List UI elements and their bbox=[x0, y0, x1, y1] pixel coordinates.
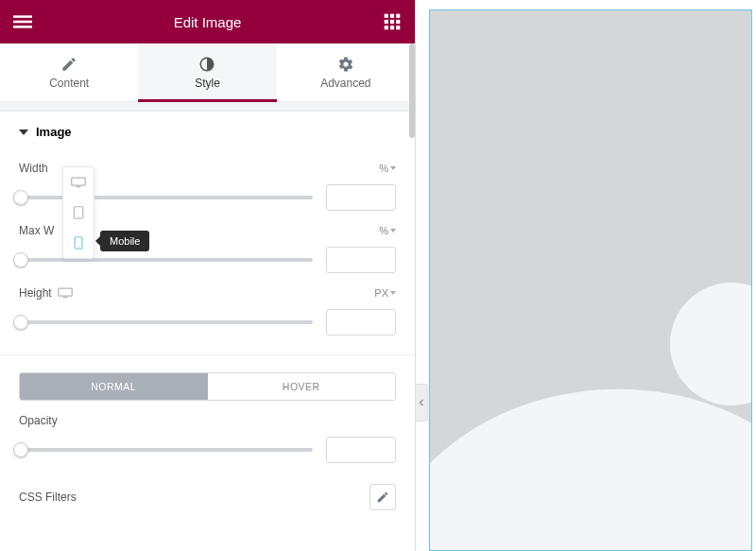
width-label: Width bbox=[19, 162, 48, 175]
tab-advanced[interactable]: Advanced bbox=[277, 43, 415, 101]
svg-point-17 bbox=[77, 216, 78, 217]
control-css-filters: CSS Filters bbox=[19, 463, 396, 510]
svg-rect-13 bbox=[62, 297, 67, 298]
panel-title: Edit Image bbox=[0, 14, 415, 30]
chevron-down-icon bbox=[390, 291, 396, 295]
opacity-label: Opacity bbox=[19, 414, 58, 427]
device-option-desktop[interactable] bbox=[63, 167, 94, 198]
svg-rect-1 bbox=[13, 21, 32, 24]
max-width-unit-select[interactable]: % bbox=[379, 225, 396, 236]
panel-tabs: Content Style Advanced bbox=[0, 43, 415, 102]
width-unit-select[interactable]: % bbox=[379, 163, 396, 174]
svg-rect-9 bbox=[385, 26, 388, 29]
max-width-input[interactable] bbox=[326, 247, 396, 273]
svg-point-19 bbox=[77, 247, 78, 248]
height-label: Height bbox=[19, 286, 52, 300]
control-height: Height PX bbox=[19, 273, 396, 300]
panel-scrollbar[interactable] bbox=[409, 43, 415, 138]
width-input[interactable] bbox=[326, 184, 396, 211]
panel-header: Edit Image bbox=[0, 0, 415, 43]
tab-label: Advanced bbox=[320, 77, 370, 90]
device-option-tablet[interactable] bbox=[63, 198, 94, 228]
tab-content[interactable]: Content bbox=[0, 43, 138, 101]
css-filters-label: CSS Filters bbox=[19, 491, 77, 504]
preview-area bbox=[416, 0, 756, 551]
section-divider bbox=[0, 102, 415, 112]
max-width-label: Max W bbox=[19, 224, 54, 237]
tab-label: Style bbox=[195, 77, 220, 90]
desktop-icon[interactable] bbox=[58, 287, 73, 299]
tab-label: Content bbox=[49, 77, 89, 90]
section-toggle-image[interactable]: Image bbox=[0, 112, 415, 148]
css-filters-edit-button[interactable] bbox=[369, 484, 396, 510]
unit-label: % bbox=[379, 163, 388, 174]
max-width-slider[interactable] bbox=[13, 250, 313, 269]
width-slider[interactable] bbox=[13, 188, 313, 207]
editor-panel: Edit Image Content Style Advanced Image … bbox=[0, 0, 416, 551]
placeholder-hill-icon bbox=[429, 373, 752, 551]
state-tabs: NORMAL HOVER bbox=[19, 372, 396, 401]
svg-rect-10 bbox=[390, 26, 394, 29]
panel-collapse-handle[interactable] bbox=[415, 384, 428, 422]
opacity-slider[interactable] bbox=[13, 440, 313, 459]
svg-rect-11 bbox=[396, 26, 400, 29]
height-input[interactable] bbox=[326, 309, 396, 336]
state-tab-normal[interactable]: NORMAL bbox=[20, 373, 208, 400]
svg-rect-5 bbox=[396, 14, 400, 18]
control-opacity: Opacity bbox=[19, 401, 396, 427]
device-option-mobile[interactable] bbox=[63, 228, 94, 258]
svg-rect-15 bbox=[77, 186, 81, 187]
chevron-down-icon bbox=[390, 166, 396, 170]
section-title: Image bbox=[36, 125, 72, 139]
svg-rect-8 bbox=[396, 20, 400, 24]
svg-rect-0 bbox=[13, 15, 32, 18]
svg-rect-3 bbox=[385, 14, 388, 18]
svg-rect-14 bbox=[72, 178, 85, 185]
menu-button[interactable] bbox=[13, 12, 32, 31]
svg-rect-12 bbox=[58, 288, 71, 296]
placeholder-sun-icon bbox=[670, 283, 752, 405]
svg-rect-2 bbox=[13, 26, 32, 27]
opacity-input[interactable] bbox=[326, 437, 396, 463]
widgets-button[interactable] bbox=[383, 12, 402, 31]
svg-rect-6 bbox=[385, 20, 388, 24]
svg-rect-4 bbox=[390, 14, 394, 18]
height-slider[interactable] bbox=[13, 313, 313, 332]
height-unit-select[interactable]: PX bbox=[374, 287, 396, 299]
unit-label: % bbox=[379, 225, 388, 236]
device-tooltip: Mobile bbox=[100, 231, 149, 251]
caret-down-icon bbox=[19, 129, 28, 135]
chevron-down-icon bbox=[390, 229, 396, 232]
svg-rect-7 bbox=[390, 20, 394, 24]
unit-label: PX bbox=[374, 287, 388, 299]
responsive-device-popover bbox=[62, 166, 94, 259]
divider bbox=[0, 354, 415, 355]
state-tab-hover[interactable]: HOVER bbox=[208, 373, 396, 400]
image-widget-preview[interactable] bbox=[429, 9, 752, 551]
tab-style[interactable]: Style bbox=[138, 43, 276, 101]
